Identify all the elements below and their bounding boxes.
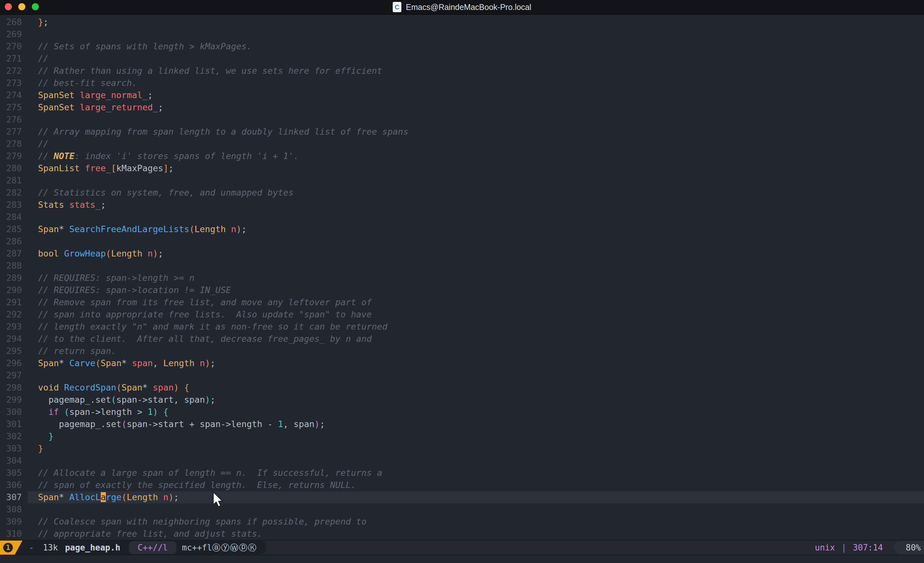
code-text: // Coalesce span with neighboring spans … — [28, 515, 924, 528]
code-line[interactable]: 281 — [0, 174, 924, 187]
line-number: 308 — [0, 503, 28, 515]
code-line[interactable]: 300 if (span->length > 1) { — [0, 406, 924, 418]
code-line[interactable]: 287 bool GrowHeap(Length n); — [0, 247, 924, 260]
major-mode-pill[interactable]: C++//l — [129, 541, 177, 554]
minor-modes[interactable]: mc++flⓐⓨⓌⓟⓀ — [182, 541, 257, 555]
code-line[interactable]: 299 pagemap_.set(span->start, span); — [0, 394, 924, 406]
code-line[interactable]: 288 — [0, 260, 924, 272]
code-line[interactable]: 291 // Remove span from its free list, a… — [0, 296, 924, 308]
buffer-size: 13k — [43, 543, 58, 553]
traffic-lights — [5, 3, 39, 10]
code-text: Span* AllocLarge(Length n); — [28, 491, 924, 503]
code-line[interactable]: 308 — [0, 503, 924, 515]
code-line[interactable]: 275 SpanSet large_returned_; — [0, 101, 924, 114]
code-line[interactable]: 303 } — [0, 442, 924, 455]
code-text: // Array mapping from span length to a d… — [28, 126, 924, 138]
code-text — [28, 235, 924, 247]
document-icon: C — [393, 2, 401, 12]
code-text: if (span->length > 1) { — [28, 406, 924, 418]
line-number: 284 — [0, 211, 28, 223]
code-line[interactable]: 282 // Statistics on system, free, and u… — [0, 187, 924, 199]
scroll-percent-pill: 80% — [894, 541, 924, 555]
code-line[interactable]: 280 SpanList free_[kMaxPages]; — [0, 162, 924, 174]
code-line[interactable]: 296 Span* Carve(Span* span, Length n); — [0, 357, 924, 369]
code-line[interactable]: 302 } — [0, 430, 924, 442]
code-line[interactable]: 272 // Rather than using a linked list, … — [0, 65, 924, 77]
code-line[interactable]: 297 — [0, 369, 924, 382]
code-line[interactable]: 294 // to the client. After all that, de… — [0, 333, 924, 345]
line-number: 291 — [0, 296, 28, 308]
code-line[interactable]: 293 // length exactly "n" and mark it as… — [0, 320, 924, 333]
line-number: 301 — [0, 418, 28, 430]
line-number: 299 — [0, 394, 28, 406]
code-line[interactable]: 286 — [0, 235, 924, 247]
code-text — [28, 174, 924, 187]
code-text: // NOTE: index 'i' stores spans of lengt… — [28, 150, 924, 162]
code-text: // return span. — [28, 345, 924, 357]
code-line[interactable]: 276 — [0, 114, 924, 126]
code-line[interactable]: 298 void RecordSpan(Span* span) { — [0, 382, 924, 394]
code-line[interactable]: 284 — [0, 211, 924, 223]
buffer-name[interactable]: page_heap.h — [65, 543, 120, 553]
line-number: 275 — [0, 101, 28, 114]
close-button[interactable] — [5, 3, 12, 10]
code-line[interactable]: 304 — [0, 455, 924, 467]
line-number: 286 — [0, 235, 28, 247]
buffer-state: - — [29, 543, 34, 553]
code-line[interactable]: 307 Span* AllocLarge(Length n); — [0, 491, 924, 503]
code-text: SpanList free_[kMaxPages]; — [28, 162, 924, 174]
code-line[interactable]: 271 // — [0, 52, 924, 65]
code-line[interactable]: 289 // REQUIRES: span->length >= n — [0, 272, 924, 284]
code-text: // to the client. After all that, decrea… — [28, 333, 924, 345]
code-line[interactable]: 310 // appropriate free list, and adjust… — [0, 528, 924, 540]
text-cursor: a — [101, 492, 106, 502]
code-text: // span into appropriate free lists. Als… — [28, 308, 924, 320]
code-line[interactable]: 279 // NOTE: index 'i' stores spans of l… — [0, 150, 924, 162]
code-line[interactable]: 309 // Coalesce span with neighboring sp… — [0, 515, 924, 528]
line-number: 274 — [0, 89, 28, 101]
buffer-info: - 13k page_heap.h — [29, 541, 120, 555]
code-line[interactable]: 283 Stats stats_; — [0, 199, 924, 211]
line-number: 268 — [0, 16, 28, 28]
code-buffer[interactable]: 268 };269270 // Sets of spans with lengt… — [0, 15, 924, 542]
code-text: // best-fit search. — [28, 77, 924, 89]
code-line[interactable]: 270 // Sets of spans with length > kMaxP… — [0, 40, 924, 52]
code-text — [28, 503, 924, 515]
code-line[interactable]: 285 Span* SearchFreeAndLargeLists(Length… — [0, 223, 924, 235]
title-group: C Emacs@RaindeMacBook-Pro.local — [393, 2, 531, 12]
code-line[interactable]: 301 pagemap_.set(span->start + span->len… — [0, 418, 924, 430]
code-text — [28, 28, 924, 40]
code-text: // REQUIRES: span->location != IN_USE — [28, 284, 924, 296]
major-mode[interactable]: C++//l — [138, 543, 168, 553]
code-line[interactable]: 269 — [0, 28, 924, 40]
code-line[interactable]: 273 // best-fit search. — [0, 77, 924, 89]
zoom-button[interactable] — [32, 3, 39, 10]
code-text: // Allocate a large span of length == n.… — [28, 467, 924, 479]
code-line[interactable]: 277 // Array mapping from span length to… — [0, 126, 924, 138]
code-text: // Rather than using a linked list, we u… — [28, 65, 924, 77]
code-line[interactable]: 305 // Allocate a large span of length =… — [0, 467, 924, 479]
code-text: } — [28, 430, 924, 442]
code-line[interactable]: 278 // — [0, 138, 924, 150]
modeline-separator: | — [841, 543, 846, 553]
line-number: 272 — [0, 65, 28, 77]
code-line[interactable]: 274 SpanSet large_normal_; — [0, 89, 924, 101]
echo-area[interactable] — [0, 555, 924, 563]
titlebar[interactable]: C Emacs@RaindeMacBook-Pro.local — [0, 0, 924, 15]
code-text — [28, 260, 924, 272]
code-text: void RecordSpan(Span* span) { — [28, 382, 924, 394]
code-line[interactable]: 268 }; — [0, 16, 924, 28]
code-line[interactable]: 306 // span of exactly the specified len… — [0, 479, 924, 491]
line-number: 280 — [0, 162, 28, 174]
minimize-button[interactable] — [18, 3, 26, 10]
code-line[interactable]: 295 // return span. — [0, 345, 924, 357]
line-number: 271 — [0, 52, 28, 65]
code-line[interactable]: 290 // REQUIRES: span->location != IN_US… — [0, 284, 924, 296]
line-number: 305 — [0, 467, 28, 479]
code-line[interactable]: 292 // span into appropriate free lists.… — [0, 308, 924, 320]
eol-type[interactable]: unix — [815, 543, 835, 553]
line-number: 292 — [0, 308, 28, 320]
cursor-position[interactable]: 307:14 — [853, 543, 883, 553]
code-text: // appropriate free list, and adjust sta… — [28, 528, 924, 540]
line-number: 270 — [0, 40, 28, 52]
